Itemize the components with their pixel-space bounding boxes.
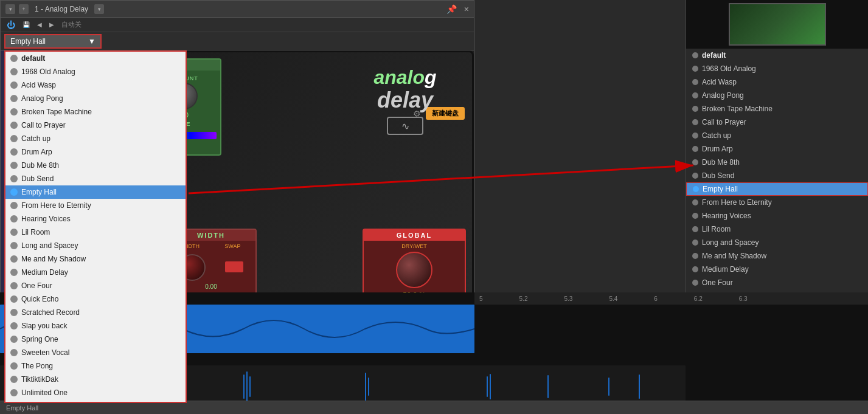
dropdown-label-empty-hall: Empty Hall (21, 188, 57, 196)
save-btn[interactable]: 💾 (20, 20, 32, 29)
right-item-from-here[interactable]: From Here to Eternity (686, 196, 868, 209)
dropdown-item-default[interactable]: default (5, 52, 186, 65)
right-item-broken-tape[interactable]: Broken Tape Machine (686, 102, 868, 116)
dropdown-item-spring[interactable]: Spring One (5, 333, 186, 346)
right-item-long-spacey[interactable]: Long and Spacey (686, 236, 868, 249)
right-icon-call-to-prayer (692, 119, 698, 125)
dropdown-label-long-spacey: Long and Spacey (21, 241, 78, 250)
dropdown-item-medium-delay[interactable]: Medium Delay (5, 266, 186, 279)
dropdown-item-unlimited[interactable]: Unlimited One (5, 386, 186, 399)
preset-bar: Empty Hall ▼ default 1968 Old Analog Aci… (1, 32, 474, 50)
right-icon-1968 (692, 66, 698, 72)
ruler-mark-5: 5 (479, 295, 483, 302)
right-label-default: default (702, 51, 726, 60)
dropdown-item-tik[interactable]: TiktiktikDak (5, 373, 186, 386)
dropdown-item-quick-echo[interactable]: Quick Echo (5, 292, 186, 306)
right-item-empty-hall[interactable]: Empty Hall (686, 182, 868, 196)
dropdown-item-hearing[interactable]: Hearing Voices (5, 212, 186, 226)
right-item-dub-me[interactable]: Dub Me 8th (686, 156, 868, 169)
right-label-analog-pong: Analog Pong (702, 91, 744, 100)
right-label-acid-wasp: Acid Wasp (702, 78, 737, 86)
dropdown-label-quick-echo: Quick Echo (21, 295, 58, 303)
right-item-1968[interactable]: 1968 Old Analog (686, 62, 868, 75)
svg-rect-26 (365, 373, 366, 401)
ruler-mark-63: 6.3 (739, 295, 748, 302)
dropdown-label-lil-room: Lil Room (21, 228, 50, 236)
dropdown-item-call-to-prayer[interactable]: Call to Prayer (5, 119, 186, 132)
right-item-catch-up[interactable]: Catch up (686, 129, 868, 142)
plugin-toolbar: ⏻ 💾 ◀ ▶ 自动关 (1, 18, 474, 32)
dropdown-label-drum-arp: Drum Arp (21, 148, 52, 156)
drywet-label: DRY/WET (364, 243, 465, 249)
dropdown-item-ya-acid[interactable]: Ya Acid Wasp (5, 399, 186, 403)
right-icon-hearing (692, 213, 698, 219)
right-icon-broken-tape (692, 106, 698, 112)
dropdown-arrow-btn[interactable]: ▾ (94, 4, 104, 14)
pin-icon[interactable]: 📌 (446, 4, 457, 14)
preset-icon-quick-echo (10, 295, 18, 303)
preset-icon-dub-send (10, 175, 18, 182)
right-item-default[interactable]: default (686, 49, 868, 62)
forward-btn[interactable]: ▶ (47, 20, 57, 29)
dropdown-item-lil-room[interactable]: Lil Room (5, 226, 186, 239)
right-item-drum-arp[interactable]: Drum Arp (686, 142, 868, 156)
svg-rect-30 (547, 375, 549, 398)
dropdown-item-dub-me[interactable]: Dub Me 8th (5, 159, 186, 172)
right-item-lil-room[interactable]: Lil Room (686, 223, 868, 236)
dropdown-label-dub-me: Dub Me 8th (21, 161, 59, 170)
right-item-one-four[interactable]: One Four (686, 276, 868, 289)
preset-icon-call-to-prayer (10, 122, 18, 129)
right-panel-thumb (686, 0, 868, 49)
close-icon[interactable]: × (464, 4, 469, 14)
dropdown-item-analog-pong[interactable]: Analog Pong (5, 92, 186, 105)
right-label-one-four: One Four (702, 278, 733, 287)
dropdown-item-empty-hall[interactable]: Empty Hall (5, 185, 186, 199)
right-item-call-to-prayer[interactable]: Call to Prayer (686, 116, 868, 129)
dropdown-label-slap: Slap you back (21, 322, 67, 330)
dropdown-item-broken-tape[interactable]: Broken Tape Machine (5, 105, 186, 119)
right-item-analog-pong[interactable]: Analog Pong (686, 89, 868, 102)
dropdown-item-one-four[interactable]: One Four (5, 279, 186, 292)
dropdown-item-catch-up[interactable]: Catch up (5, 132, 186, 145)
dropdown-label-unlimited: Unlimited One (21, 388, 68, 397)
drywet-knob[interactable] (396, 252, 432, 288)
right-icon-analog-pong (692, 92, 698, 98)
dropdown-item-sweeten[interactable]: Sweeten Vocal (5, 346, 186, 359)
waveform-logo-box: ∿ (387, 117, 423, 135)
swap-toggle[interactable] (225, 261, 243, 272)
dropdown-item-dub-send[interactable]: Dub Send (5, 172, 186, 185)
back-btn[interactable]: ◀ (35, 20, 44, 29)
right-item-dub-send[interactable]: Dub Send (686, 169, 868, 182)
preset-icon-me-shadow (10, 255, 18, 263)
dropdown-item-1968[interactable]: 1968 Old Analog (5, 65, 186, 78)
add-btn[interactable]: + (19, 4, 29, 14)
dropdown-item-pong[interactable]: The Pong (5, 359, 186, 373)
dropdown-item-drum-arp[interactable]: Drum Arp (5, 145, 186, 159)
power-btn[interactable]: ⏻ (4, 19, 18, 31)
right-item-me-shadow[interactable]: Me and My Shadow (686, 249, 868, 263)
right-icon-lil-room (692, 226, 698, 232)
dropdown-label-broken-tape: Broken Tape Machine (21, 108, 92, 116)
right-icon-me-shadow (692, 253, 698, 259)
dropdown-item-me-shadow[interactable]: Me and My Shadow (5, 252, 186, 266)
dropdown-label-1968: 1968 Old Analog (21, 67, 75, 76)
dropdown-label-catch-up: Catch up (21, 134, 50, 143)
dropdown-item-from-here[interactable]: From Here to Eternity (5, 199, 186, 212)
right-label-empty-hall: Empty Hall (703, 185, 738, 193)
dropdown-item-scratched[interactable]: Scratched Record (5, 306, 186, 319)
right-item-acid-wasp[interactable]: Acid Wasp (686, 75, 868, 89)
dropdown-item-long-spacey[interactable]: Long and Spacey (5, 239, 186, 252)
dropdown-item-acid-wasp[interactable]: Acid Wasp (5, 78, 186, 92)
right-item-hearing[interactable]: Hearing Voices (686, 209, 868, 223)
logo-text: analog delay (373, 67, 436, 112)
preset-dropdown[interactable]: Empty Hall ▼ (4, 34, 102, 49)
right-label-dub-send: Dub Send (702, 171, 734, 180)
preset-icon-lil-room (10, 229, 18, 236)
right-item-medium-delay[interactable]: Medium Delay (686, 263, 868, 276)
dropdown-item-slap[interactable]: Slap you back (5, 319, 186, 333)
preset-icon-medium-delay (10, 269, 18, 276)
ruler-mark-54: 5.4 (609, 295, 617, 302)
arrow-down-btn[interactable]: ▾ (5, 4, 15, 14)
right-label-long-spacey: Long and Spacey (702, 238, 759, 247)
svg-rect-24 (246, 371, 248, 401)
